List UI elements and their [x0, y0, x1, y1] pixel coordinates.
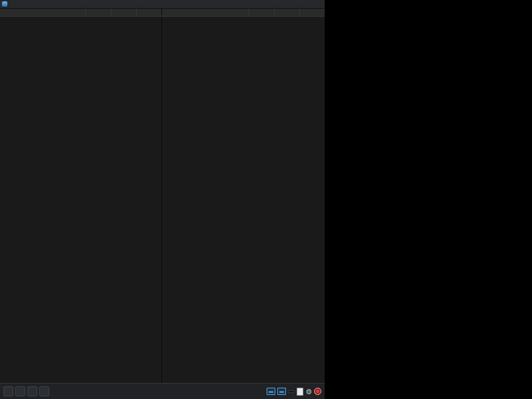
nav-arrow-up-button[interactable]: [27, 386, 37, 396]
column-header-sensor[interactable]: [0, 9, 85, 16]
column-header-minimum[interactable]: [274, 9, 299, 16]
gear-icon: ⚙: [305, 388, 312, 396]
nav-arrow-right-button[interactable]: [39, 386, 49, 396]
column-header-sensor[interactable]: [162, 9, 249, 16]
nav-arrow-down-button[interactable]: [15, 386, 25, 396]
column-header-group-left: [0, 9, 162, 16]
hwinfo-app-icon: [2, 1, 7, 7]
nav-arrow-left-button[interactable]: [3, 386, 13, 396]
show-graphs-button[interactable]: [267, 388, 275, 395]
title-bar[interactable]: [0, 0, 325, 9]
bottom-toolbar: ⚙: [0, 383, 325, 399]
screen: ⚙: [0, 0, 532, 399]
column-header-maximum[interactable]: [136, 9, 161, 16]
column-header-group-right: [162, 9, 325, 16]
sensor-list-left: [0, 17, 162, 383]
sensor-list-right: [162, 17, 325, 383]
logging-button[interactable]: [314, 388, 321, 395]
column-header-current[interactable]: [249, 9, 274, 16]
sensor-table-body: [0, 17, 325, 383]
uptime-clock: [288, 390, 295, 393]
column-headers: [0, 9, 325, 17]
graph-column: [325, 0, 532, 399]
column-header-current[interactable]: [85, 9, 111, 16]
report-button[interactable]: [297, 388, 303, 396]
settings-button[interactable]: ⚙: [305, 388, 312, 396]
column-header-minimum[interactable]: [111, 9, 136, 16]
tray-button[interactable]: [277, 388, 286, 395]
sensor-status-window: ⚙: [0, 0, 325, 399]
column-header-maximum[interactable]: [299, 9, 325, 16]
